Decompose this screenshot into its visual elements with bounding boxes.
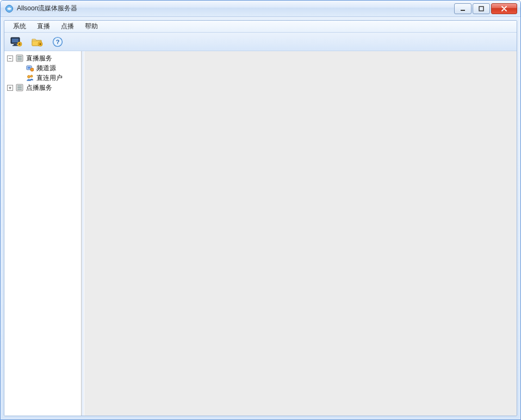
toolbar-add-monitor-button[interactable] bbox=[10, 35, 23, 48]
app-window: Allsoon流媒体服务器 系统 直播 点播 帮助 bbox=[0, 0, 521, 420]
tree-node-live-service[interactable]: − 直播服务 bbox=[5, 53, 80, 63]
tree-panel: − 直播服务 bbox=[4, 51, 82, 416]
toolbar: ? bbox=[4, 33, 517, 51]
svg-text:?: ? bbox=[56, 39, 60, 45]
tree-node-vod-service[interactable]: + 点播服务 bbox=[5, 83, 80, 92]
svg-rect-2 bbox=[479, 7, 483, 11]
tree-node-direct-users[interactable]: 直连用户 bbox=[5, 73, 80, 83]
toolbar-add-folder-button[interactable] bbox=[30, 35, 44, 48]
tree-node-label: 直播服务 bbox=[26, 54, 52, 63]
svg-rect-1 bbox=[461, 10, 465, 11]
collapse-icon[interactable]: − bbox=[7, 55, 13, 61]
channel-source-icon bbox=[26, 64, 34, 72]
svg-rect-24 bbox=[17, 89, 22, 90]
menu-vod[interactable]: 点播 bbox=[55, 21, 79, 32]
client-area: 系统 直播 点播 帮助 bbox=[4, 20, 517, 416]
menu-help[interactable]: 帮助 bbox=[79, 21, 103, 32]
menubar: 系统 直播 点播 帮助 bbox=[4, 21, 517, 33]
close-button[interactable] bbox=[491, 3, 517, 14]
svg-rect-6 bbox=[13, 45, 18, 46]
menu-live[interactable]: 直播 bbox=[32, 21, 55, 32]
titlebar: Allsoon流媒体服务器 bbox=[1, 1, 520, 17]
svg-rect-22 bbox=[17, 85, 22, 87]
server-icon bbox=[15, 54, 24, 63]
tree-node-label: 频道源 bbox=[36, 64, 56, 73]
toolbar-help-button[interactable]: ? bbox=[51, 35, 64, 48]
server-icon bbox=[15, 83, 24, 92]
window-controls bbox=[453, 3, 517, 14]
menu-system[interactable]: 系统 bbox=[8, 21, 32, 32]
svg-rect-15 bbox=[17, 59, 22, 60]
svg-rect-23 bbox=[17, 87, 22, 88]
minimize-button[interactable] bbox=[454, 3, 472, 14]
users-icon bbox=[26, 73, 34, 82]
tree-node-label: 点播服务 bbox=[26, 83, 52, 92]
window-title: Allsoon流媒体服务器 bbox=[17, 4, 453, 13]
main-panel bbox=[84, 51, 517, 416]
svg-point-20 bbox=[30, 75, 33, 77]
app-icon bbox=[5, 4, 14, 13]
svg-point-19 bbox=[28, 76, 30, 78]
svg-rect-5 bbox=[14, 44, 17, 45]
svg-rect-4 bbox=[12, 39, 18, 42]
svg-rect-13 bbox=[17, 56, 22, 57]
svg-point-18 bbox=[30, 68, 34, 71]
svg-rect-17 bbox=[28, 67, 31, 69]
tree-node-label: 直连用户 bbox=[36, 73, 63, 83]
tree-node-channel-source[interactable]: 频道源 bbox=[5, 63, 80, 73]
content-area: − 直播服务 bbox=[4, 51, 517, 416]
svg-rect-14 bbox=[17, 58, 22, 59]
expand-icon[interactable]: + bbox=[7, 85, 13, 91]
maximize-button[interactable] bbox=[473, 3, 490, 14]
